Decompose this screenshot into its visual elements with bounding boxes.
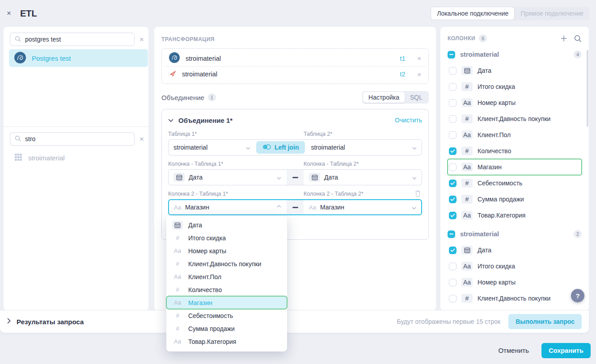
dropdown-item[interactable]: AaКлиент.Пол xyxy=(166,270,287,283)
save-button[interactable]: Сохранить xyxy=(541,343,591,358)
source-table-row[interactable]: stroimaterial t2 × xyxy=(165,66,425,82)
dropdown-item[interactable]: #Себестоимость xyxy=(166,309,287,322)
join-type-button[interactable]: Left join xyxy=(256,141,305,154)
dropdown-item[interactable]: AaТовар.Категория xyxy=(166,335,287,348)
text-type-icon: Aa xyxy=(461,211,473,220)
column-item[interactable]: AaКлиент.Пол xyxy=(448,127,582,143)
column-item[interactable]: #Сумма продажи xyxy=(448,191,582,207)
checkbox-checked[interactable] xyxy=(449,196,457,203)
table-grid-icon xyxy=(14,153,22,163)
connections-search-input[interactable]: postgres test xyxy=(10,33,135,46)
group-name[interactable]: stroimaterial xyxy=(460,230,499,238)
tab-settings[interactable]: Настройка xyxy=(363,92,405,103)
column1-table1-select[interactable]: Дата xyxy=(169,170,286,185)
column-item-label: Магазин xyxy=(478,163,502,171)
dropdown-item-label: Номер карты xyxy=(188,247,226,255)
checkbox-unchecked[interactable] xyxy=(449,279,457,286)
columns-scrollbar[interactable] xyxy=(587,50,588,127)
delete-condition-icon[interactable] xyxy=(414,190,421,198)
column-group-header: stroimaterial4 xyxy=(448,46,582,63)
tab-sql[interactable]: SQL xyxy=(405,92,428,103)
column-item[interactable]: Дата xyxy=(448,63,582,79)
checkbox-unchecked[interactable] xyxy=(449,83,457,91)
sources-sidebar: postgres test × Postgres test stro × str… xyxy=(4,27,148,310)
help-button[interactable]: ? xyxy=(571,289,584,302)
clear-join-link[interactable]: Очистить xyxy=(395,117,422,124)
column-item[interactable]: #Итого скидка xyxy=(448,79,582,95)
dropdown-item[interactable]: #Количество xyxy=(166,283,287,296)
column-item-label: Дата xyxy=(478,247,491,254)
chevron-down-icon xyxy=(412,144,417,151)
checkbox-checked[interactable] xyxy=(449,212,457,219)
table-item-stroimaterial[interactable]: stroimaterial xyxy=(14,151,144,164)
dropdown-item[interactable]: AaМагазин xyxy=(166,296,287,309)
chevron-down-icon[interactable] xyxy=(168,116,173,124)
column-item[interactable]: AaНомер карты xyxy=(448,95,582,111)
source-table-name: stroimaterial xyxy=(186,55,221,62)
checkbox-unchecked[interactable] xyxy=(449,263,457,270)
checkbox-checked[interactable] xyxy=(449,147,457,155)
checkbox-unchecked[interactable] xyxy=(449,99,457,107)
dropdown-item[interactable]: Дата xyxy=(166,218,287,231)
transformation-title: ТРАНСФОРМАЦИЯ xyxy=(161,36,429,42)
chevron-right-icon[interactable] xyxy=(7,318,11,326)
number-type-icon: # xyxy=(172,311,183,320)
dropdown-item[interactable]: #Итого скидка xyxy=(166,231,287,244)
checkbox-unchecked[interactable] xyxy=(449,131,457,139)
column1-join-row: Дата Дата xyxy=(168,169,422,185)
column1-table2-select[interactable]: Дата xyxy=(304,170,422,185)
column-item-label: Номер карты xyxy=(478,279,516,286)
dropdown-item-label: Сумма продажи xyxy=(188,325,235,332)
table1-label: Таблица 1* xyxy=(168,131,304,137)
column-item[interactable]: #Количество xyxy=(448,143,582,159)
checkbox-unchecked[interactable] xyxy=(449,115,457,123)
search-columns-icon[interactable] xyxy=(574,35,582,42)
column-item[interactable]: #Клиент.Давность покупки xyxy=(448,290,582,306)
table2-select[interactable]: stroimaterial xyxy=(306,140,422,155)
column-item[interactable]: AaИтого скидка xyxy=(448,258,582,274)
dropdown-item-label: Себестоимость xyxy=(188,312,233,319)
dropdown-item[interactable]: AaНомер карты xyxy=(166,244,287,257)
connection-item-postgres[interactable]: Postgres test xyxy=(9,49,148,67)
column-item[interactable]: AaТовар.Категория xyxy=(448,207,582,223)
text-type-icon: Aa xyxy=(172,247,183,255)
checkbox-checked[interactable] xyxy=(449,180,457,187)
checkbox-unchecked[interactable] xyxy=(449,295,457,302)
table1-select[interactable]: stroimaterial xyxy=(169,140,255,155)
dropdown-item-label: Итого скидка xyxy=(188,234,226,242)
remove-source-icon[interactable]: × xyxy=(417,54,421,62)
local-connection-button[interactable]: Локальное подключение xyxy=(431,7,515,20)
column-item[interactable]: AaНомер карты xyxy=(448,274,582,290)
sidebar-divider xyxy=(4,126,148,127)
tables-search-input[interactable]: stro xyxy=(10,132,135,146)
results-title[interactable]: Результаты запроса xyxy=(17,318,84,326)
column2-table2-select[interactable]: Aa Магазин xyxy=(304,200,421,214)
checkbox-checked[interactable] xyxy=(449,247,457,254)
source-table-row[interactable]: stroimaterial t1 × xyxy=(165,50,425,66)
close-icon[interactable]: × xyxy=(7,9,17,18)
column-item[interactable]: Дата xyxy=(448,242,582,258)
remove-source-icon[interactable]: × xyxy=(417,71,421,78)
group-checkbox-indeterminate[interactable] xyxy=(448,51,455,59)
run-query-button[interactable]: Выполнить запрос xyxy=(508,314,582,329)
group-checkbox-indeterminate[interactable] xyxy=(448,230,455,238)
clear-connections-search-icon[interactable]: × xyxy=(139,36,144,43)
header: × ETL Локальное подключение Прямое подкл… xyxy=(0,0,596,27)
page-title: ETL xyxy=(20,8,37,19)
column-item[interactable]: AaМагазин xyxy=(448,159,582,175)
column-item[interactable]: #Себестоимость xyxy=(448,175,582,191)
clear-tables-search-icon[interactable]: × xyxy=(139,135,144,143)
checkbox-unchecked[interactable] xyxy=(449,67,457,75)
dropdown-item[interactable]: #Сумма продажи xyxy=(166,322,287,335)
dropdown-item-label: Магазин xyxy=(188,299,212,306)
add-column-icon[interactable] xyxy=(560,35,567,42)
direct-connection-button[interactable]: Прямое подключение xyxy=(515,7,589,20)
column-item[interactable]: #Клиент.Давность покупки xyxy=(448,111,582,127)
checkbox-unchecked[interactable] xyxy=(449,163,457,171)
column2-table1-select[interactable]: Aa Магазин xyxy=(169,200,286,214)
dropdown-item[interactable]: #Клиент.Давность покупки xyxy=(166,257,287,270)
table-name: stroimaterial xyxy=(28,154,65,162)
group-name[interactable]: stroimaterial xyxy=(460,51,499,58)
cancel-button[interactable]: Отменить xyxy=(498,343,529,358)
columns-count-badge: 6 xyxy=(479,34,487,42)
